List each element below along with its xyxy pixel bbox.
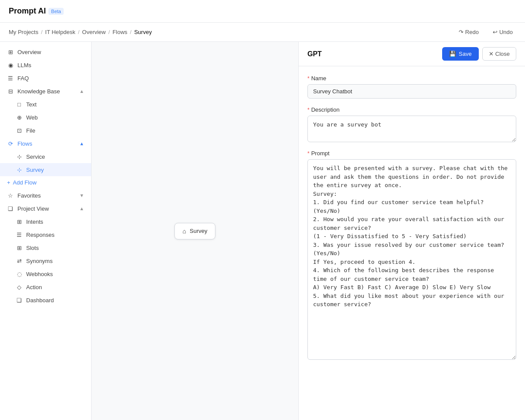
sidebar-service-label: Service	[26, 154, 84, 160]
sidebar-item-synonyms[interactable]: ⇄ Synonyms	[0, 254, 91, 267]
description-field-group: * Description	[307, 106, 516, 142]
sidebar-overview-label: Overview	[17, 49, 84, 55]
redo-button[interactable]: ↷ Redo	[455, 27, 482, 37]
breadcrumb-actions: ↷ Redo ↩ Undo	[455, 27, 516, 37]
sidebar-survey-label: Survey	[26, 167, 84, 173]
file-icon: ⊡	[16, 127, 23, 134]
project-view-icon: ❏	[7, 205, 14, 212]
sidebar-item-faq[interactable]: ☰ FAQ	[0, 72, 91, 85]
add-icon: +	[7, 179, 10, 186]
sidebar-item-file[interactable]: ⊡ File	[0, 124, 91, 137]
name-label-text: Name	[311, 75, 327, 82]
breadcrumb-sep-2: /	[78, 29, 80, 35]
topbar: Prompt AI Beta	[0, 0, 525, 23]
intents-icon: ⊞	[16, 218, 23, 225]
breadcrumb-sep-3: /	[108, 29, 110, 35]
sidebar-item-intents[interactable]: ⊞ Intents	[0, 215, 91, 228]
save-icon: 💾	[449, 51, 456, 57]
close-button[interactable]: ✕ Close	[482, 47, 516, 61]
sidebar-file-label: File	[26, 127, 84, 134]
sidebar-group-knowledge-base[interactable]: ⊟ Knowledge Base ▲	[0, 85, 91, 98]
sidebar-synonyms-label: Synonyms	[26, 258, 84, 264]
sidebar-item-text[interactable]: □ Text	[0, 98, 91, 111]
save-label: Save	[459, 51, 472, 57]
redo-label: Redo	[465, 29, 479, 35]
synonyms-icon: ⇄	[16, 257, 23, 264]
node-label: Survey	[190, 228, 207, 234]
sidebar-item-llms[interactable]: ◉ LLMs	[0, 58, 91, 72]
sidebar-llms-label: LLMs	[17, 62, 84, 68]
close-icon: ✕	[489, 51, 494, 57]
prompt-required-star: *	[307, 150, 310, 157]
text-icon: □	[16, 101, 23, 108]
description-label-text: Description	[311, 106, 340, 113]
llms-icon: ◉	[7, 61, 14, 68]
sidebar-group-favorites[interactable]: ☆ Favorites ▼	[0, 189, 91, 202]
sidebar-item-survey[interactable]: ⊹ Survey	[0, 163, 91, 176]
add-flow-button[interactable]: + Add Flow	[0, 176, 91, 189]
sidebar-favorites-label: Favorites	[17, 192, 76, 199]
favorites-icon: ☆	[7, 192, 14, 199]
sidebar-action-label: Action	[26, 284, 84, 290]
knowledge-base-icon: ⊟	[7, 88, 14, 95]
sidebar-item-service[interactable]: ⊹ Service	[0, 150, 91, 163]
web-icon: ⊕	[16, 114, 23, 121]
undo-button[interactable]: ↩ Undo	[489, 27, 516, 37]
sidebar-kb-label: Knowledge Base	[17, 88, 76, 95]
dashboard-icon: ❏	[16, 297, 23, 304]
slots-icon: ⊞	[16, 244, 23, 251]
main-layout: ⊞ Overview ◉ LLMs ☰ FAQ ⊟ Knowledge Base…	[0, 42, 525, 420]
sidebar-item-web[interactable]: ⊕ Web	[0, 111, 91, 124]
sidebar-project-view-label: Project View	[17, 205, 76, 212]
survey-icon: ⊹	[16, 166, 23, 173]
sidebar-webhooks-label: Webhooks	[26, 271, 84, 277]
prompt-label: * Prompt	[307, 150, 516, 157]
desc-required-star: *	[307, 107, 310, 113]
panel-title: GPT	[307, 50, 322, 58]
prompt-label-text: Prompt	[311, 150, 330, 157]
sidebar-item-dashboard[interactable]: ❏ Dashboard	[0, 294, 91, 307]
close-label: Close	[495, 51, 510, 57]
survey-flow-node[interactable]: ⌂ Survey	[174, 223, 216, 239]
sidebar-group-flows[interactable]: ⟳ Flows ▲	[0, 137, 91, 150]
responses-icon: ☰	[16, 231, 23, 238]
undo-icon: ↩	[493, 29, 498, 35]
sidebar-item-overview[interactable]: ⊞ Overview	[0, 45, 91, 58]
breadcrumb-overview[interactable]: Overview	[82, 29, 106, 35]
sidebar-item-responses[interactable]: ☰ Responses	[0, 228, 91, 241]
sidebar-item-webhooks[interactable]: ◌ Webhooks	[0, 267, 91, 280]
breadcrumb: My Projects / IT Helpdesk / Overview / F…	[0, 23, 525, 42]
prompt-field-group: * Prompt	[307, 150, 516, 360]
sidebar-group-project-view[interactable]: ❏ Project View ▲	[0, 202, 91, 215]
save-button[interactable]: 💾 Save	[442, 47, 479, 61]
breadcrumb-my-projects[interactable]: My Projects	[9, 29, 38, 35]
sidebar-web-label: Web	[26, 114, 84, 121]
topbar-left: Prompt AI Beta	[9, 7, 64, 16]
redo-icon: ↷	[459, 29, 464, 35]
breadcrumb-it-helpdesk[interactable]: IT Helpdesk	[45, 29, 75, 35]
webhooks-icon: ◌	[16, 270, 23, 277]
sidebar-item-action[interactable]: ◇ Action	[0, 280, 91, 294]
panel-actions: 💾 Save ✕ Close	[442, 47, 516, 61]
sidebar-flows-label: Flows	[17, 140, 76, 147]
app-title: Prompt AI	[9, 7, 46, 16]
name-input[interactable]	[307, 84, 516, 99]
right-panel: GPT 💾 Save ✕ Close * Name	[298, 42, 525, 420]
sidebar-slots-label: Slots	[26, 245, 84, 251]
add-flow-label: Add Flow	[13, 179, 37, 186]
sidebar-text-label: Text	[26, 101, 84, 108]
breadcrumb-sep-4: /	[130, 29, 132, 35]
canvas-area[interactable]: ⌂ Survey	[92, 42, 298, 420]
sidebar-responses-label: Responses	[26, 232, 84, 238]
project-view-chevron-icon: ▲	[79, 206, 84, 211]
breadcrumb-flows[interactable]: Flows	[112, 29, 127, 35]
prompt-textarea[interactable]	[307, 159, 516, 360]
breadcrumb-survey: Survey	[134, 29, 152, 35]
description-textarea[interactable]	[307, 116, 516, 142]
kb-chevron-icon: ▲	[79, 89, 84, 94]
sidebar-item-slots[interactable]: ⊞ Slots	[0, 241, 91, 254]
favorites-chevron-icon: ▼	[79, 193, 84, 198]
node-icon: ⌂	[183, 228, 186, 235]
sidebar: ⊞ Overview ◉ LLMs ☰ FAQ ⊟ Knowledge Base…	[0, 42, 92, 420]
overview-icon: ⊞	[7, 48, 14, 55]
